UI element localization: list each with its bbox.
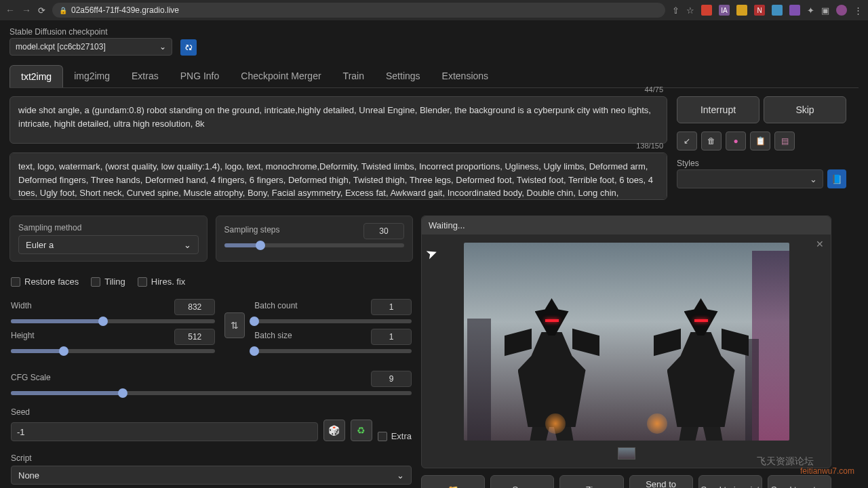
hires-fix-checkbox[interactable]: Hires. fix xyxy=(138,277,186,287)
prompt-input[interactable] xyxy=(9,96,667,144)
batch-count-slider[interactable] xyxy=(254,319,412,323)
cfg-slider[interactable] xyxy=(11,391,412,395)
sampling-steps-slider[interactable] xyxy=(224,243,405,247)
width-label: Width xyxy=(11,301,32,310)
script-label: Script xyxy=(11,453,412,463)
checkpoint-label: Stable Diffusion checkpoint xyxy=(9,27,172,37)
palette-button[interactable]: ● xyxy=(726,131,746,150)
menu-icon[interactable]: ⋮ xyxy=(854,5,863,16)
star-icon[interactable]: ☆ xyxy=(686,5,694,16)
height-label: Height xyxy=(11,331,35,340)
puzzle-icon[interactable]: ✦ xyxy=(807,5,814,16)
save-button[interactable]: Save xyxy=(490,475,554,488)
ext-icon-ia[interactable]: IA xyxy=(719,5,730,16)
watermark-text-2: feitianwu7.com xyxy=(800,466,854,476)
checkpoint-refresh-button[interactable]: 🗘 xyxy=(180,39,197,56)
tab-settings[interactable]: Settings xyxy=(375,65,431,87)
extension-icons: IA N ✦ ▣ ⋮ xyxy=(701,5,863,16)
tabs: txt2img img2img Extras PNG Info Checkpoi… xyxy=(9,65,859,88)
cfg-label: CFG Scale xyxy=(11,373,51,382)
share-icon[interactable]: ⇧ xyxy=(672,5,679,16)
close-icon[interactable]: ✕ xyxy=(816,239,824,249)
extra-seed-checkbox[interactable]: Extra xyxy=(378,431,412,441)
chevron-down-icon: ⌄ xyxy=(159,42,166,52)
sampling-steps-label: Sampling steps xyxy=(224,225,280,235)
trash-button[interactable]: 🗑 xyxy=(701,131,722,150)
reuse-seed-button[interactable]: ♻ xyxy=(351,420,372,441)
zip-button[interactable]: Zip xyxy=(559,475,623,488)
swap-dimensions-button[interactable]: ⇅ xyxy=(224,312,245,338)
sampling-method-label: Sampling method xyxy=(18,223,199,232)
clipboard-button[interactable]: 📋 xyxy=(750,131,770,150)
negative-prompt-input[interactable] xyxy=(9,152,667,200)
open-folder-button[interactable]: 📁 xyxy=(421,475,485,488)
tab-pnginfo[interactable]: PNG Info xyxy=(170,65,231,87)
ext-icon-1[interactable] xyxy=(701,5,712,16)
chevron-down-icon: ⌄ xyxy=(397,470,404,481)
height-value[interactable]: 512 xyxy=(174,329,215,345)
batch-size-slider[interactable] xyxy=(254,349,412,353)
send-inpaint-button[interactable]: Send to inpaint xyxy=(698,475,762,488)
seed-label: Seed xyxy=(11,407,412,417)
file-button[interactable]: ▤ xyxy=(774,131,795,150)
send-extras-button[interactable]: Send to extras xyxy=(768,475,831,488)
arrow-button[interactable]: ↙ xyxy=(677,131,697,150)
tab-img2img[interactable]: img2img xyxy=(63,65,121,87)
sampling-method-select[interactable]: Euler a ⌄ xyxy=(18,235,199,254)
skip-button[interactable]: Skip xyxy=(764,96,846,123)
width-value[interactable]: 832 xyxy=(174,299,215,315)
batch-count-value[interactable]: 1 xyxy=(371,299,412,315)
ext-icon-n[interactable]: N xyxy=(754,5,765,16)
checkpoint-select[interactable]: model.ckpt [cc6cb27103] ⌄ xyxy=(9,38,172,56)
chevron-down-icon: ⌄ xyxy=(810,174,817,184)
sampling-steps-value[interactable]: 30 xyxy=(363,223,404,239)
url-bar[interactable]: 🔒 02a56ff4-71ff-439e.gradio.live xyxy=(52,3,665,18)
batch-size-label: Batch size xyxy=(254,331,292,340)
tab-train[interactable]: Train xyxy=(332,65,375,87)
thumbnail[interactable] xyxy=(618,447,635,460)
width-slider[interactable] xyxy=(11,319,215,323)
seed-input[interactable] xyxy=(11,422,318,441)
tab-checkpoint-merger[interactable]: Checkpoint Merger xyxy=(230,65,332,87)
avatar[interactable] xyxy=(836,5,847,16)
batch-size-value[interactable]: 1 xyxy=(371,329,412,345)
prompt-token-count: 44/75 xyxy=(644,85,663,94)
tab-extensions[interactable]: Extensions xyxy=(431,65,499,87)
url-text: 02a56ff4-71ff-439e.gradio.live xyxy=(71,5,179,15)
interrupt-button[interactable]: Interrupt xyxy=(677,96,760,123)
reload-icon[interactable]: ⟳ xyxy=(38,5,45,16)
tab-extras[interactable]: Extras xyxy=(121,65,170,87)
styles-label: Styles xyxy=(677,159,823,168)
back-icon[interactable]: ← xyxy=(5,5,15,16)
output-image[interactable] xyxy=(464,243,789,441)
restore-faces-checkbox[interactable]: Restore faces xyxy=(11,277,79,287)
ext-icon-5[interactable] xyxy=(772,5,783,16)
styles-select[interactable]: ⌄ xyxy=(677,169,823,188)
lock-icon: 🔒 xyxy=(59,7,67,14)
batch-count-label: Batch count xyxy=(254,301,297,310)
panel-icon[interactable]: ▣ xyxy=(821,5,829,16)
output-panel: Waiting... ✕ xyxy=(421,216,831,468)
tiling-checkbox[interactable]: Tiling xyxy=(91,277,125,287)
height-slider[interactable] xyxy=(11,349,215,353)
styles-apply-button[interactable]: 📘 xyxy=(827,169,846,188)
ext-icon-6[interactable] xyxy=(789,5,800,16)
tab-txt2img[interactable]: txt2img xyxy=(9,65,63,87)
output-status: Waiting... xyxy=(422,216,831,235)
send-img2img-button[interactable]: Send to img2img xyxy=(629,475,693,488)
script-select[interactable]: None ⌄ xyxy=(11,466,412,485)
cfg-value[interactable]: 9 xyxy=(371,371,412,387)
browser-bar: ← → ⟳ 🔒 02a56ff4-71ff-439e.gradio.live ⇧… xyxy=(0,0,868,20)
random-seed-button[interactable]: 🎲 xyxy=(323,420,345,441)
neg-prompt-token-count: 138/150 xyxy=(636,142,663,150)
checkpoint-row: Stable Diffusion checkpoint model.ckpt [… xyxy=(9,27,859,56)
chevron-down-icon: ⌄ xyxy=(184,240,191,250)
forward-icon[interactable]: → xyxy=(22,5,31,16)
ext-icon-3[interactable] xyxy=(736,5,747,16)
